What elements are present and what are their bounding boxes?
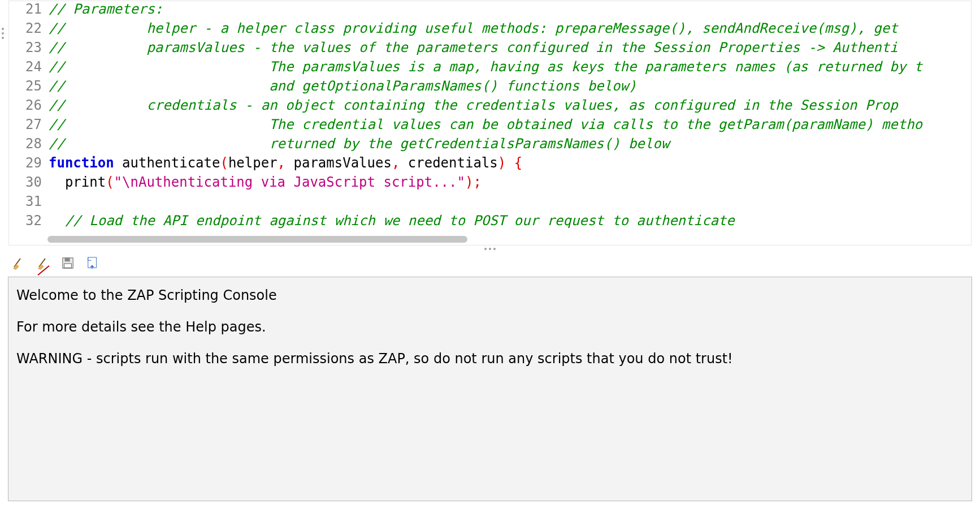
- broom-icon: [11, 256, 25, 272]
- broom-strike-icon: [36, 256, 50, 272]
- code-content[interactable]: // Parameters:: [47, 1, 163, 17]
- svg-rect-3: [65, 258, 70, 261]
- code-content[interactable]: // Load the API endpoint against which w…: [47, 213, 735, 229]
- code-content[interactable]: // The credential values can be obtained…: [47, 117, 922, 132]
- code-line[interactable]: 28// returned by the getCredentialsParam…: [9, 136, 971, 155]
- code-content[interactable]: // helper - a helper class providing use…: [47, 20, 898, 36]
- code-editor-panel: 21// Parameters:22// helper - a helper c…: [0, 0, 980, 246]
- line-number: 23: [9, 40, 47, 55]
- horizontal-split-grip[interactable]: [0, 246, 980, 252]
- line-number: 27: [9, 117, 47, 132]
- line-number: 26: [9, 97, 47, 113]
- line-number: 21: [9, 1, 47, 17]
- console-line: For more details see the Help pages.: [16, 319, 964, 335]
- code-content[interactable]: // paramsValues - the values of the para…: [47, 40, 898, 55]
- code-line[interactable]: 30 print("\nAuthenticating via JavaScrip…: [9, 174, 971, 193]
- page-export-icon: [86, 256, 99, 272]
- code-content[interactable]: // and getOptionalParamsNames() function…: [47, 78, 636, 94]
- code-line[interactable]: 29function authenticate(helper, paramsVa…: [9, 155, 971, 174]
- code-line[interactable]: 32 // Load the API endpoint against whic…: [9, 213, 971, 232]
- code-line[interactable]: 27// The credential values can be obtain…: [9, 117, 971, 136]
- code-line[interactable]: 26// credentials - an object containing …: [9, 97, 971, 117]
- line-number: 22: [9, 20, 47, 36]
- editor-horizontal-scrollbar[interactable]: [47, 236, 961, 243]
- export-output-button[interactable]: [85, 256, 101, 272]
- code-line[interactable]: 23// paramsValues - the values of the pa…: [9, 40, 971, 59]
- code-line[interactable]: 31: [9, 193, 971, 213]
- line-number: 28: [9, 136, 47, 152]
- code-line[interactable]: 24// The paramsValues is a map, having a…: [9, 59, 971, 78]
- line-number: 31: [9, 193, 47, 209]
- code-content[interactable]: print("\nAuthenticating via JavaScript s…: [47, 174, 482, 190]
- code-line[interactable]: 25// and getOptionalParamsNames() functi…: [9, 78, 971, 97]
- clear-on-run-toggle[interactable]: [35, 256, 51, 272]
- line-number: 30: [9, 174, 47, 190]
- console-line: WARNING - scripts run with the same perm…: [16, 351, 964, 367]
- svg-rect-4: [64, 264, 72, 268]
- scripting-console-output[interactable]: Welcome to the ZAP Scripting ConsoleFor …: [8, 277, 972, 501]
- console-toolbar: [0, 252, 980, 277]
- line-number: 29: [9, 155, 47, 171]
- line-number: 25: [9, 78, 47, 94]
- floppy-icon: [62, 257, 74, 272]
- code-editor[interactable]: 21// Parameters:22// helper - a helper c…: [8, 1, 972, 246]
- vertical-split-grip[interactable]: [2, 28, 4, 39]
- console-line: Welcome to the ZAP Scripting Console: [16, 287, 964, 303]
- code-content[interactable]: // returned by the getCredentialsParamsN…: [47, 136, 669, 152]
- save-output-button[interactable]: [60, 256, 76, 272]
- code-line[interactable]: 21// Parameters:: [9, 1, 971, 20]
- line-number: 24: [9, 59, 47, 75]
- code-content[interactable]: // credentials - an object containing th…: [47, 97, 898, 113]
- code-line[interactable]: 22// helper - a helper class providing u…: [9, 20, 971, 40]
- code-content[interactable]: // The paramsValues is a map, having as …: [47, 59, 922, 75]
- code-content[interactable]: function authenticate(helper, paramsValu…: [47, 155, 522, 171]
- line-number: 32: [9, 213, 47, 229]
- clear-console-button[interactable]: [10, 256, 26, 272]
